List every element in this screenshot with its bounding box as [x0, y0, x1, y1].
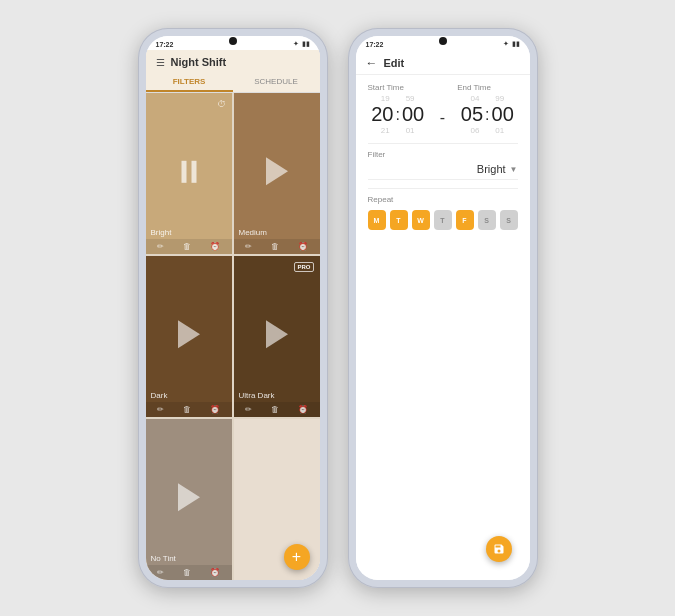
save-button[interactable] [486, 536, 512, 562]
status-bar-1: 17:22 ✦ ▮▮ [146, 36, 320, 50]
delete-icon-bright[interactable]: 🗑 [183, 242, 191, 251]
start-min[interactable]: 00 [402, 103, 424, 126]
edit-title: Edit [384, 57, 405, 69]
app-content-1: ☰ Night Shift FILTERS SCHEDULE ⏱ [146, 50, 320, 580]
notch-1 [224, 36, 242, 46]
day-buttons: M T W T F S S [368, 210, 518, 230]
tab-schedule[interactable]: SCHEDULE [233, 72, 320, 92]
day-button-fri[interactable]: F [456, 210, 474, 230]
play-icon-ultradark [266, 320, 288, 348]
edit-icon-dark[interactable]: ✏ [157, 405, 164, 414]
end-hour-below: 06 01 [470, 126, 504, 135]
dropdown-arrow-icon: ▼ [510, 165, 518, 174]
end-hour-above: 04 99 [470, 94, 504, 103]
tab-filters[interactable]: FILTERS [146, 72, 233, 92]
day-button-sun[interactable]: S [500, 210, 518, 230]
time-section: Start Time 19 59 20 : 00 [368, 83, 518, 135]
timer-badge-bright: ⏱ [217, 99, 226, 109]
filter-actions-notint: ✏ 🗑 ⏰ [146, 565, 232, 580]
time-separator: - [436, 83, 449, 135]
filter-card-ultradark[interactable]: PRO Ultra Dark ✏ 🗑 ⏰ [234, 256, 320, 417]
start-hour-above: 19 59 [381, 94, 415, 103]
filter-label-ultradark: Ultra Dark [234, 389, 320, 402]
day-button-sat[interactable]: S [478, 210, 496, 230]
day-button-tue[interactable]: T [390, 210, 408, 230]
day-button-wed[interactable]: W [412, 210, 430, 230]
repeat-label: Repeat [368, 195, 518, 204]
day-button-mon[interactable]: M [368, 210, 386, 230]
edit-icon-medium[interactable]: ✏ [245, 242, 252, 251]
status-icons-2: ✦ ▮▮ [503, 40, 520, 48]
end-hour[interactable]: 05 [461, 103, 483, 126]
start-time-label: Start Time [368, 83, 428, 92]
start-time-group: Start Time 19 59 20 : 00 [368, 83, 428, 135]
filter-label-medium: Medium [234, 226, 320, 239]
filter-label-dark: Dark [146, 389, 232, 402]
filter-card-dark[interactable]: Dark ✏ 🗑 ⏰ [146, 256, 232, 417]
play-icon-medium [266, 157, 288, 185]
end-time-group: End Time 04 99 05 : 00 [457, 83, 517, 135]
start-colon: : [395, 106, 399, 124]
repeat-section: Repeat M T W T F S S [368, 195, 518, 230]
app-title: Night Shift [171, 56, 227, 68]
schedule-icon-medium[interactable]: ⏰ [298, 242, 308, 251]
divider-2 [368, 188, 518, 189]
start-time-spinner[interactable]: 19 59 20 : 00 21 01 [368, 94, 428, 135]
status-time-2: 17:22 [366, 41, 384, 48]
filter-actions-dark: ✏ 🗑 ⏰ [146, 402, 232, 417]
start-hour-below: 21 01 [381, 126, 415, 135]
schedule-icon-ultradark[interactable]: ⏰ [298, 405, 308, 414]
filter-card-medium[interactable]: Medium ✏ 🗑 ⏰ [234, 93, 320, 254]
phone-1: 17:22 ✦ ▮▮ ☰ Night Shift FILTERS SCHEDUL… [138, 28, 328, 588]
delete-icon-ultradark[interactable]: 🗑 [271, 405, 279, 414]
status-bar-2: 17:22 ✦ ▮▮ [356, 36, 530, 50]
filter-dropdown-value: Bright [477, 163, 506, 175]
filter-section: Filter Bright ▼ [368, 150, 518, 180]
add-filter-button[interactable]: + [284, 544, 310, 570]
app-header: ☰ Night Shift [146, 50, 320, 72]
schedule-icon-dark[interactable]: ⏰ [210, 405, 220, 414]
delete-icon-medium[interactable]: 🗑 [271, 242, 279, 251]
edit-content: Start Time 19 59 20 : 00 [356, 75, 530, 580]
edit-header: ← Edit [356, 50, 530, 75]
battery-icon-2: ▮▮ [512, 40, 520, 48]
edit-icon-ultradark[interactable]: ✏ [245, 405, 252, 414]
menu-icon[interactable]: ☰ [156, 57, 165, 68]
battery-icon: ▮▮ [302, 40, 310, 48]
filter-label-bright: Bright [146, 226, 232, 239]
bluetooth-icon-2: ✦ [503, 40, 509, 48]
pro-badge: PRO [294, 262, 313, 272]
status-time-1: 17:22 [156, 41, 174, 48]
filter-card-bright[interactable]: ⏱ Bright ✏ 🗑 ⏰ [146, 93, 232, 254]
delete-icon-notint[interactable]: 🗑 [183, 568, 191, 577]
notch-2 [434, 36, 452, 46]
phone-2: 17:22 ✦ ▮▮ ← Edit Start Time [348, 28, 538, 588]
end-time-label: End Time [457, 83, 517, 92]
filter-dropdown[interactable]: Bright ▼ [368, 163, 518, 180]
bluetooth-icon: ✦ [293, 40, 299, 48]
back-button[interactable]: ← [366, 56, 378, 70]
end-min[interactable]: 00 [492, 103, 514, 126]
day-button-thu[interactable]: T [434, 210, 452, 230]
delete-icon-dark[interactable]: 🗑 [183, 405, 191, 414]
end-time-spinner[interactable]: 04 99 05 : 00 06 01 [457, 94, 517, 135]
end-colon: : [485, 106, 489, 124]
edit-icon-bright[interactable]: ✏ [157, 242, 164, 251]
filter-label-notint: No Tint [146, 552, 232, 565]
filter-grid: ⏱ Bright ✏ 🗑 ⏰ [146, 93, 320, 580]
status-icons-1: ✦ ▮▮ [293, 40, 310, 48]
save-icon [493, 543, 505, 555]
pause-icon-bright [181, 160, 196, 182]
filter-section-label: Filter [368, 150, 518, 159]
play-icon-dark [178, 320, 200, 348]
filter-actions-bright: ✏ 🗑 ⏰ [146, 239, 232, 254]
edit-icon-notint[interactable]: ✏ [157, 568, 164, 577]
filter-actions-medium: ✏ 🗑 ⏰ [234, 239, 320, 254]
schedule-icon-notint[interactable]: ⏰ [210, 568, 220, 577]
start-hour[interactable]: 20 [371, 103, 393, 126]
divider-1 [368, 143, 518, 144]
filter-card-notint[interactable]: No Tint ✏ 🗑 ⏰ [146, 419, 232, 580]
schedule-icon-bright[interactable]: ⏰ [210, 242, 220, 251]
filter-actions-ultradark: ✏ 🗑 ⏰ [234, 402, 320, 417]
tab-bar: FILTERS SCHEDULE [146, 72, 320, 93]
